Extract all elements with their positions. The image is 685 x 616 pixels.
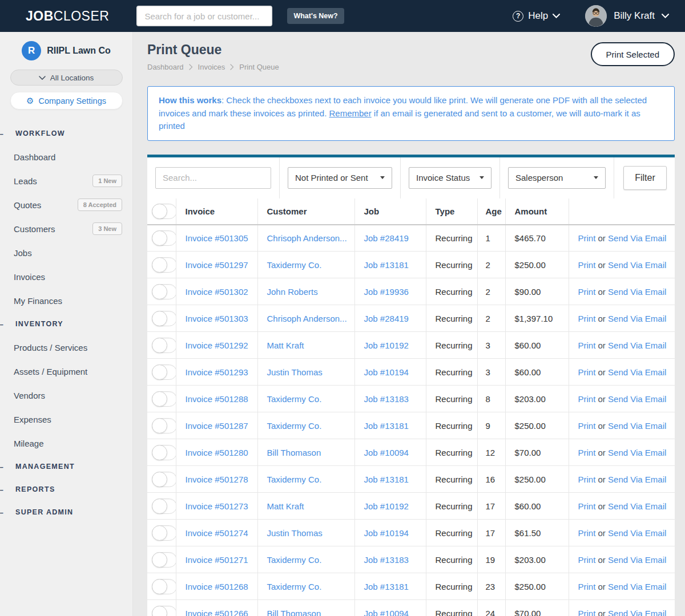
- send-email-link[interactable]: Send Via Email: [608, 287, 666, 297]
- job-link[interactable]: Job #13181: [364, 475, 409, 484]
- print-link[interactable]: Print: [578, 233, 596, 243]
- row-select-toggle[interactable]: [152, 472, 176, 487]
- sidebar-item[interactable]: Mileage: [0, 431, 132, 455]
- job-link[interactable]: Job #10194: [364, 528, 409, 538]
- print-link[interactable]: Print: [578, 421, 596, 431]
- sidebar-item[interactable]: Assets / Equipment: [0, 359, 132, 383]
- job-link[interactable]: Job #13183: [364, 555, 409, 565]
- print-link[interactable]: Print: [578, 475, 596, 484]
- invoice-link[interactable]: Invoice #501305: [186, 233, 248, 243]
- filter-button[interactable]: Filter: [623, 166, 667, 190]
- job-link[interactable]: Job #13181: [364, 582, 409, 591]
- send-email-link[interactable]: Send Via Email: [608, 421, 666, 431]
- print-link[interactable]: Print: [578, 448, 596, 457]
- customer-link[interactable]: Matt Kraft: [267, 501, 304, 511]
- invoice-link[interactable]: Invoice #501268: [186, 582, 248, 591]
- send-email-link[interactable]: Send Via Email: [608, 501, 666, 511]
- sidebar-item[interactable]: Customers 3 New: [0, 217, 132, 241]
- send-email-link[interactable]: Send Via Email: [608, 314, 666, 323]
- customer-link[interactable]: Bill Thomason: [267, 609, 321, 616]
- send-email-link[interactable]: Send Via Email: [608, 555, 666, 565]
- job-link[interactable]: Job #13181: [364, 260, 409, 270]
- customer-link[interactable]: John Roberts: [267, 287, 318, 297]
- invoice-status-select[interactable]: Invoice Status: [409, 167, 491, 189]
- job-link[interactable]: Job #13181: [364, 421, 409, 431]
- sidebar-item[interactable]: My Finances: [0, 289, 132, 313]
- invoice-link[interactable]: Invoice #501297: [186, 260, 248, 270]
- job-link[interactable]: Job #10192: [364, 341, 409, 350]
- nav-section-header[interactable]: --- REPORTS: [0, 478, 132, 501]
- print-selected-button[interactable]: Print Selected: [591, 42, 675, 66]
- customer-link[interactable]: Taxidermy Co.: [267, 582, 322, 591]
- row-select-toggle[interactable]: [152, 230, 176, 246]
- send-email-link[interactable]: Send Via Email: [608, 260, 666, 270]
- user-menu[interactable]: Billy Kraft: [585, 5, 669, 27]
- invoice-link[interactable]: Invoice #501273: [186, 501, 248, 511]
- salesperson-select[interactable]: Salesperson: [508, 167, 606, 189]
- invoice-link[interactable]: Invoice #501274: [186, 528, 248, 538]
- invoice-link[interactable]: Invoice #501271: [186, 555, 248, 565]
- print-link[interactable]: Print: [578, 367, 596, 377]
- print-link[interactable]: Print: [578, 501, 596, 511]
- nav-section-header[interactable]: --- INVENTORY: [0, 313, 132, 335]
- row-select-toggle[interactable]: [152, 499, 176, 514]
- print-link[interactable]: Print: [578, 260, 596, 270]
- global-search-input[interactable]: [136, 6, 272, 26]
- job-link[interactable]: Job #10094: [364, 448, 409, 457]
- sidebar-item[interactable]: Jobs: [0, 241, 132, 265]
- row-select-toggle[interactable]: [152, 445, 176, 460]
- invoice-link[interactable]: Invoice #501280: [186, 448, 248, 457]
- send-email-link[interactable]: Send Via Email: [608, 609, 666, 616]
- invoice-link[interactable]: Invoice #501303: [186, 314, 248, 323]
- job-link[interactable]: Job #19936: [364, 287, 409, 297]
- sidebar-item[interactable]: Dashboard: [0, 145, 132, 169]
- customer-link[interactable]: Taxidermy Co.: [267, 421, 322, 431]
- row-select-toggle[interactable]: [152, 579, 176, 594]
- invoice-link[interactable]: Invoice #501266: [186, 609, 248, 616]
- customer-link[interactable]: Taxidermy Co.: [267, 260, 322, 270]
- job-link[interactable]: Job #10192: [364, 501, 409, 511]
- send-email-link[interactable]: Send Via Email: [608, 367, 666, 377]
- company-settings-button[interactable]: ⚙ Company Settings: [10, 92, 123, 110]
- row-select-toggle[interactable]: [152, 364, 176, 380]
- send-email-link[interactable]: Send Via Email: [608, 448, 666, 457]
- nav-section-header[interactable]: --- MANAGEMENT: [0, 455, 132, 478]
- row-select-toggle[interactable]: [152, 552, 176, 568]
- job-link[interactable]: Job #10194: [364, 367, 409, 377]
- print-link[interactable]: Print: [578, 555, 596, 565]
- sidebar-item[interactable]: Vendors: [0, 383, 132, 407]
- invoice-link[interactable]: Invoice #501293: [186, 367, 248, 377]
- whats-new-button[interactable]: What's New?: [287, 8, 344, 24]
- print-link[interactable]: Print: [578, 528, 596, 538]
- job-link[interactable]: Job #28419: [364, 314, 409, 323]
- app-logo[interactable]: JOBCLOSER: [26, 9, 109, 24]
- row-select-toggle[interactable]: [152, 311, 176, 326]
- breadcrumb-invoices[interactable]: Invoices: [198, 63, 225, 71]
- print-link[interactable]: Print: [578, 341, 596, 350]
- customer-link[interactable]: Justin Thomas: [267, 528, 323, 538]
- sidebar-item[interactable]: Products / Services: [0, 335, 132, 359]
- row-select-toggle[interactable]: [152, 257, 176, 273]
- table-search-input[interactable]: [155, 167, 271, 189]
- sidebar-item[interactable]: Expenses: [0, 407, 132, 431]
- print-link[interactable]: Print: [578, 394, 596, 404]
- row-select-toggle[interactable]: [152, 418, 176, 433]
- job-link[interactable]: Job #10094: [364, 609, 409, 616]
- send-email-link[interactable]: Send Via Email: [608, 394, 666, 404]
- nav-section-header[interactable]: --- WORKFLOW: [0, 122, 132, 145]
- printed-status-select[interactable]: Not Printed or Sent: [288, 167, 392, 189]
- job-link[interactable]: Job #28419: [364, 233, 409, 243]
- send-email-link[interactable]: Send Via Email: [608, 582, 666, 591]
- customer-link[interactable]: Justin Thomas: [267, 367, 323, 377]
- customer-link[interactable]: Taxidermy Co.: [267, 394, 322, 404]
- help-menu[interactable]: ? Help: [513, 10, 560, 22]
- breadcrumb-dashboard[interactable]: Dashboard: [147, 63, 184, 71]
- send-email-link[interactable]: Send Via Email: [608, 341, 666, 350]
- job-link[interactable]: Job #13183: [364, 394, 409, 404]
- locations-dropdown[interactable]: All Locations: [10, 70, 123, 86]
- sidebar-item[interactable]: Invoices: [0, 265, 132, 289]
- print-link[interactable]: Print: [578, 582, 596, 591]
- customer-link[interactable]: Taxidermy Co.: [267, 555, 322, 565]
- row-select-toggle[interactable]: [152, 338, 176, 353]
- customer-link[interactable]: Matt Kraft: [267, 341, 304, 350]
